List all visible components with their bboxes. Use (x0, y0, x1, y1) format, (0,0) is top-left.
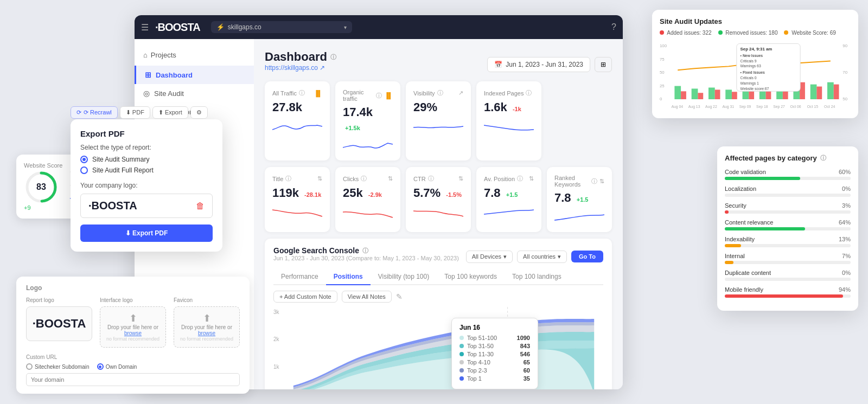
traffic-chart-icon: ▐▌ (314, 90, 322, 97)
title-info-icon[interactable]: ⓘ (330, 53, 336, 61)
audit-chart: 100 75 50 25 0 90 70 50 (660, 40, 851, 111)
date-range-btn[interactable]: 📅 Jun 1, 2023 - Jun 31, 2023 (487, 57, 590, 72)
lightning-icon: ⚡ (216, 23, 225, 31)
site-url[interactable]: https://skillgaps.co ↗ (265, 64, 336, 72)
ranked-info[interactable]: ⓘ (591, 177, 597, 185)
audit-legend: Added issues: 322 Removed issues: 180 We… (660, 30, 851, 36)
pdf-btn[interactable]: ⬇ PDF (120, 106, 150, 119)
svg-text:90: 90 (843, 43, 847, 48)
svg-text:50: 50 (843, 97, 847, 101)
visibility-info-icon[interactable]: ⓘ (437, 89, 443, 97)
title-filter-icon[interactable]: ⇅ (317, 175, 322, 182)
category-row: Internal 7% (725, 253, 851, 264)
interface-logo-col: Interface logo ⬆ Drop your file here or … (100, 297, 166, 348)
svg-text:75: 75 (660, 57, 665, 62)
indexed-wave (484, 119, 534, 134)
organic-wave (343, 138, 393, 153)
edit-notes-icon[interactable]: ✎ (396, 292, 403, 301)
more-btn[interactable]: ⊞ (595, 57, 612, 72)
score-legend: Website Score: 69 (784, 30, 835, 36)
help-icon[interactable]: ? (611, 22, 616, 32)
svg-text:25: 25 (660, 84, 665, 88)
tooltip-row-1: Top 31-50 843 (459, 343, 530, 349)
sidebar-item-projects[interactable]: ⌂ Projects (135, 48, 254, 66)
dashboard-label: Dashboard (156, 71, 193, 79)
affected-info-icon[interactable]: ⓘ (820, 154, 826, 162)
avpos-info[interactable]: ⓘ (517, 175, 523, 183)
own-domain-radio[interactable]: Own Domain (97, 363, 137, 370)
export-modal: Export PDF Select the type of report: Si… (71, 119, 222, 252)
tooltip-row-4: Top 2-3 60 (459, 367, 530, 374)
metrics-row-1: All Traffic ⓘ ▐▌ 27.8k Orga (265, 81, 612, 161)
tab-visibility-top100[interactable]: Visibility (top 100) (371, 269, 437, 285)
svg-rect-27 (715, 89, 720, 99)
logo-preview: ·BOOSTA 🗑 (80, 194, 213, 218)
report-logo-label: Report logo (26, 297, 92, 303)
recrawl-btn[interactable]: ⟳ ⟳ Recrawl (71, 106, 118, 119)
all-traffic-info-icon[interactable]: ⓘ (299, 89, 305, 97)
tooltip-dot-5 (459, 376, 464, 381)
ctr-info[interactable]: ⓘ (428, 175, 434, 183)
tab-positions[interactable]: Positions (326, 269, 371, 285)
gsc-info-icon[interactable]: ⓘ (362, 247, 368, 255)
audit-panel: Site Audit Updates Added issues: 322 Rem… (652, 10, 858, 118)
delete-logo-icon[interactable]: 🗑 (196, 201, 205, 211)
svg-text:• New Issues: • New Issues (741, 54, 763, 57)
view-all-notes-btn[interactable]: View All Notes (342, 291, 392, 303)
upload-link-1[interactable]: browse (124, 330, 142, 336)
export-modal-title: Export PDF (80, 129, 213, 138)
removed-legend: Removed issues: 180 (718, 30, 778, 36)
dropdown1-caret: ▾ (503, 253, 507, 260)
gsc-countries-dropdown[interactable]: All countries ▾ (517, 251, 567, 263)
metric-visibility: Visibility ⓘ ↗ 29% (406, 81, 471, 161)
gsc-devices-dropdown[interactable]: All Devices ▾ (466, 251, 513, 263)
favicon-upload[interactable]: ⬆ Drop your file here or browse no forma… (174, 306, 240, 348)
metric-all-traffic: All Traffic ⓘ ▐▌ 27.8k (265, 81, 330, 161)
gsc-actions: + Add Custom Note View All Notes ✎ (273, 291, 603, 303)
settings-btn[interactable]: ⚙ (190, 106, 208, 119)
indexed-info-icon[interactable]: ⓘ (526, 89, 532, 97)
export-option-summary[interactable]: Site Audit Summary (80, 156, 213, 163)
avpos-filter-icon[interactable]: ⇅ (529, 175, 534, 182)
logo-preview-text: ·BOOSTA (88, 200, 137, 212)
sidebar-item-dashboard[interactable]: ⊞ Dashboard (135, 66, 254, 84)
upload-link-2[interactable]: browse (198, 330, 215, 336)
favicon-col: Favicon ⬆ Drop your file here or browse … (174, 297, 240, 348)
tab-top100-keywords[interactable]: Top 100 keywords (437, 269, 505, 285)
main-content: Dashboard ⓘ https://skillgaps.co ↗ 📅 Jun… (254, 39, 623, 389)
ctr-filter-icon[interactable]: ⇅ (458, 175, 463, 182)
ranked-wave (554, 209, 604, 225)
tab-top100-landings[interactable]: Top 100 landings (505, 269, 569, 285)
interface-logo-upload[interactable]: ⬆ Drop your file here or browse no forma… (100, 306, 166, 348)
ranked-filter-icon[interactable]: ⇅ (599, 178, 604, 185)
export-radio-group: Site Audit Summary Site Audit Full Repor… (80, 156, 213, 174)
audit-panel-title: Site Audit Updates (660, 17, 851, 25)
tooltip-row-3: Top 4-10 65 (459, 359, 530, 365)
logo-settings-panel: Logo Report logo ·BOOSTA Interface logo … (16, 277, 250, 394)
organic-chart-icon: ▐▌ (384, 92, 393, 99)
organic-info-icon[interactable]: ⓘ (376, 92, 382, 100)
domain-input[interactable] (26, 373, 240, 386)
url-bar[interactable]: ⚡ skillgaps.co ▾ (211, 21, 352, 33)
export-btn[interactable]: ⬆ Export (152, 106, 188, 119)
clicks-info[interactable]: ⓘ (361, 175, 367, 183)
visibility-trend-icon: ↗ (458, 89, 463, 97)
clicks-filter-icon[interactable]: ⇅ (388, 175, 393, 182)
go-to-btn[interactable]: Go To (571, 251, 603, 262)
hamburger-icon[interactable]: ☰ (141, 22, 149, 33)
home-icon: ⌂ (143, 51, 148, 59)
calendar-icon: 📅 (494, 61, 502, 68)
export-option-full[interactable]: Site Audit Full Report (80, 166, 213, 174)
title-info[interactable]: ⓘ (285, 175, 291, 183)
subdomain-radio[interactable]: Sitecheker Subdomain (26, 363, 90, 370)
tab-performance[interactable]: Performance (273, 269, 326, 285)
export-pdf-btn[interactable]: ⬇ Export PDF (80, 225, 213, 242)
sidebar-item-site-audit[interactable]: ◎ Site Audit (135, 84, 254, 102)
gsc-header: Google Search Console ⓘ Jun 1, 2023 - Ju… (273, 246, 603, 267)
add-custom-note-btn[interactable]: + Add Custom Note (273, 291, 337, 303)
upload-icon-2: ⬆ (203, 312, 211, 324)
gsc-chart: 3k 2k 1k 0 (273, 307, 603, 389)
svg-text:Sep 09: Sep 09 (739, 105, 751, 109)
svg-text:70: 70 (843, 70, 847, 75)
svg-rect-25 (681, 91, 686, 99)
